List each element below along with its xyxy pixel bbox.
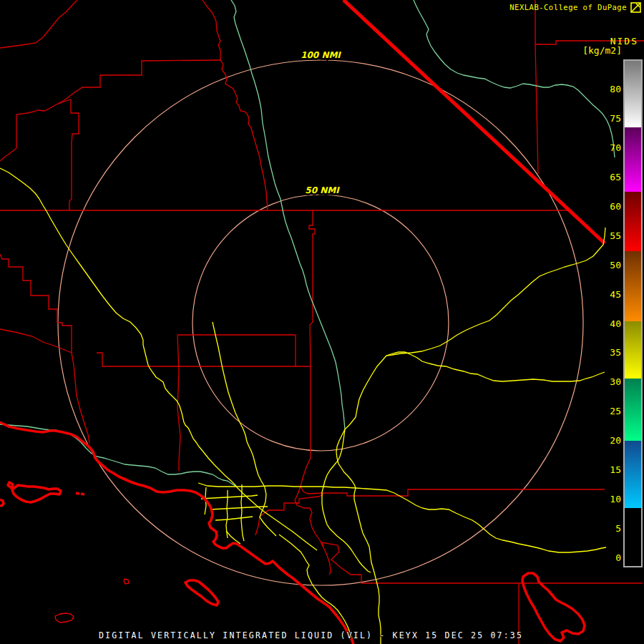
colorbar-tick-50: 50 (600, 260, 621, 270)
highway (203, 451, 236, 486)
highway (213, 322, 265, 487)
colorbar-tick-45: 45 (600, 290, 621, 299)
colorbar-tick-15: 15 (600, 465, 621, 474)
nexlab-logo-icon (630, 2, 641, 13)
colorbar-tick-20: 20 (600, 436, 621, 445)
highways (0, 168, 606, 644)
county-line (0, 0, 77, 48)
highway (201, 495, 258, 499)
county-line (322, 542, 643, 583)
colorbar-tick-0: 0 (600, 553, 621, 562)
river (231, 0, 345, 429)
radar-map[interactable]: 100 NMI 50 NMI (0, 0, 644, 644)
colorbar-tick-80: 80 (600, 84, 621, 94)
colorbar-tick-60: 60 (600, 202, 621, 211)
highway (279, 535, 353, 644)
colorbar-gradient (625, 61, 641, 566)
island-santa-catalina (185, 580, 218, 605)
range-ring-label-100: 100 NMI (301, 50, 341, 60)
coastline-group (0, 422, 585, 644)
highway (215, 517, 253, 520)
highway (354, 488, 381, 644)
colorbar-tick-5: 5 (600, 524, 621, 533)
county-line (59, 99, 79, 210)
radar-display: 100 NMI 50 NMI NEXLAB-College of DuPage … (0, 0, 644, 644)
county-line (0, 329, 72, 353)
product-caption: DIGITAL VERTICALLY INTEGRATED LIQUID (VI… (99, 630, 523, 640)
county-line (295, 487, 331, 575)
county-line (203, 0, 220, 60)
highway (386, 228, 605, 356)
highway (345, 356, 386, 429)
highway (198, 483, 323, 487)
county-line (177, 335, 296, 471)
state-border-ca-nv (343, 0, 605, 243)
colorbar-tick-10: 10 (600, 494, 621, 504)
units-label: [kg/m2] (582, 45, 622, 56)
colorbar-tick-55: 55 (600, 231, 621, 240)
colorbar-tick-70: 70 (600, 143, 621, 152)
colorbar-tick-40: 40 (600, 319, 621, 328)
river (414, 0, 615, 157)
colorbar-tick-75: 75 (600, 114, 621, 123)
colorbar-tick-35: 35 (600, 348, 621, 357)
colorbar (623, 59, 643, 567)
highway (260, 487, 276, 536)
rivers (0, 0, 615, 487)
county-line (0, 254, 89, 444)
highway (322, 487, 371, 572)
coastline (0, 422, 353, 644)
county-boundaries (0, 0, 644, 644)
highway (323, 429, 345, 487)
island-santa-barbara (124, 579, 129, 584)
county-line (323, 489, 605, 496)
range-ring-label-50: 50 NMI (305, 185, 340, 195)
colorbar-tick-65: 65 (600, 172, 621, 182)
island-anacapa (76, 493, 84, 494)
county-line (220, 60, 268, 210)
brand-title: NEXLAB-College of DuPage (509, 3, 627, 11)
island-san-nicolas (55, 613, 74, 623)
island-santa-cruz (8, 482, 61, 502)
highway (386, 352, 605, 381)
county-line (97, 353, 311, 366)
county-line (301, 210, 323, 494)
county-line (0, 60, 220, 161)
colorbar-tick-30: 30 (600, 377, 621, 386)
colorbar-tick-25: 25 (600, 406, 621, 416)
island-left-edge (0, 499, 4, 506)
